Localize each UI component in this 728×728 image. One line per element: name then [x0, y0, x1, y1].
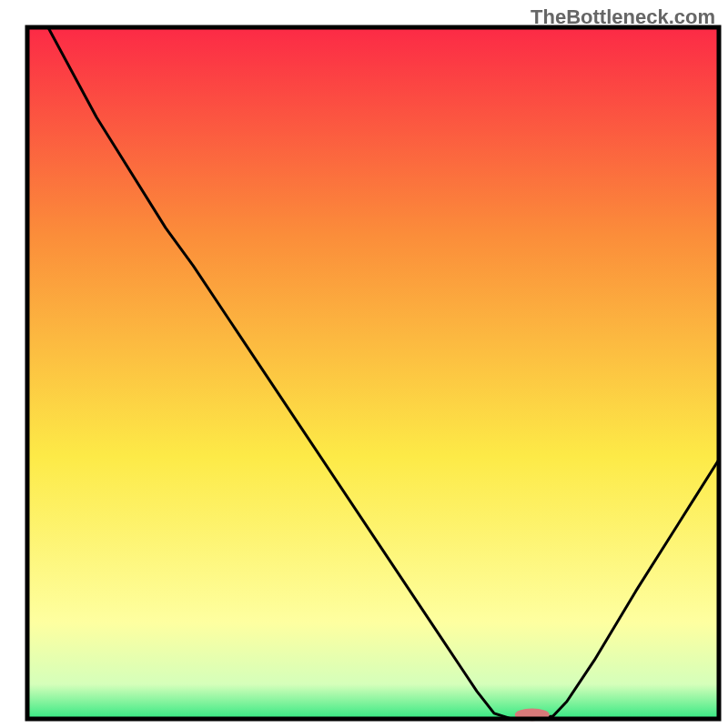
chart-container: TheBottleneck.com	[0, 0, 728, 728]
plot-background	[27, 27, 719, 719]
watermark-text: TheBottleneck.com	[531, 5, 715, 29]
bottleneck-chart	[0, 0, 728, 728]
